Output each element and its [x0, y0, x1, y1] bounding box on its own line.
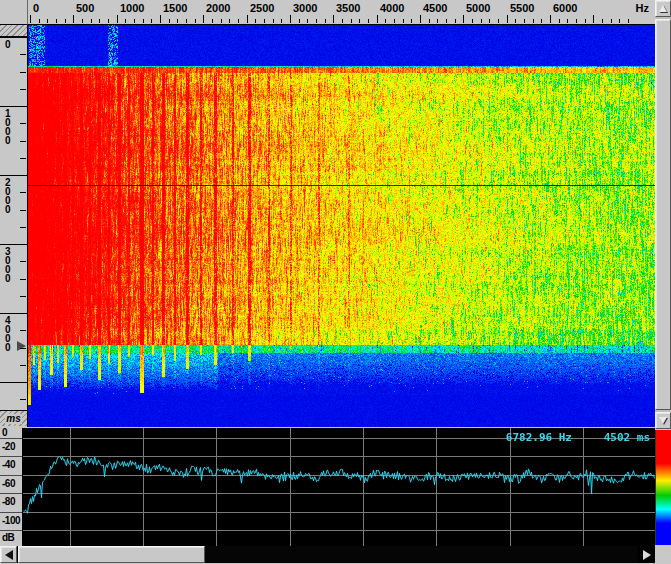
- time-unit-label: ms: [5, 414, 21, 424]
- freq-tick: [463, 15, 464, 23]
- time-tick: [20, 89, 26, 90]
- spectrum-canvas[interactable]: [23, 428, 655, 546]
- time-tick: [20, 330, 26, 331]
- left-arrow-icon: [5, 550, 13, 560]
- scroll-right-button[interactable]: [638, 546, 655, 563]
- freq-tick: [472, 19, 473, 23]
- freq-tick: [576, 19, 577, 23]
- freq-tick: [585, 19, 586, 23]
- scroll-down-button[interactable]: [655, 412, 671, 429]
- spectrum-panel: 6782.96 Hz 4502 ms: [23, 428, 655, 546]
- freq-tick: [221, 19, 222, 23]
- time-label: 3 0 0 0: [5, 247, 11, 283]
- time-tick: [20, 296, 26, 297]
- freq-tick: [567, 19, 568, 23]
- freq-tick: [437, 19, 438, 23]
- horizontal-scrollbar[interactable]: [0, 546, 655, 563]
- freq-label: 6000: [553, 2, 577, 14]
- freq-tick: [247, 15, 248, 23]
- time-position-marker: [17, 341, 26, 351]
- time-major-line: [0, 244, 27, 245]
- freq-tick: [99, 19, 100, 23]
- freq-tick: [56, 19, 57, 23]
- down-arrow-icon: [659, 417, 667, 424]
- freq-tick: [394, 19, 395, 23]
- freq-label: 2500: [250, 2, 274, 14]
- db-gridline: [0, 475, 22, 476]
- db-label: -20: [2, 441, 15, 452]
- freq-tick: [342, 19, 343, 23]
- time-major-line: [0, 382, 27, 383]
- freq-tick: [73, 15, 74, 23]
- db-gridline: [0, 456, 22, 457]
- freq-tick: [325, 19, 326, 23]
- freq-tick: [619, 19, 620, 23]
- frequency-readout: 6782.96 Hz: [506, 431, 572, 444]
- freq-label: 500: [76, 2, 94, 14]
- freq-tick: [385, 19, 386, 23]
- vertical-scrollbar-thumb[interactable]: [655, 19, 671, 410]
- freq-label: 5000: [466, 2, 490, 14]
- color-scale-bar: [655, 430, 671, 545]
- freq-tick: [420, 15, 421, 23]
- spectrogram-app: Hz 0500100015002000250030003500400045005…: [0, 0, 671, 564]
- db-label: -60: [2, 478, 15, 489]
- freq-tick: [299, 19, 300, 23]
- freq-tick: [481, 19, 482, 23]
- freq-tick: [498, 19, 499, 23]
- vertical-scrollbar[interactable]: [655, 0, 671, 429]
- time-tick: [20, 72, 26, 73]
- db-gridline: [0, 438, 22, 439]
- db-label: -40: [2, 459, 15, 470]
- freq-tick: [455, 19, 456, 23]
- freq-tick: [368, 19, 369, 23]
- db-gridline: [0, 512, 22, 513]
- freq-tick: [533, 19, 534, 23]
- db-ruler: 0-20-40-60-80-100dB: [0, 428, 23, 546]
- freq-tick: [290, 15, 291, 23]
- freq-label: 3500: [336, 2, 360, 14]
- freq-tick: [39, 19, 40, 23]
- freq-tick: [628, 19, 629, 23]
- horizontal-scrollbar-thumb[interactable]: [18, 546, 205, 563]
- freq-tick: [203, 15, 204, 23]
- db-label: dB: [2, 532, 14, 543]
- time-ruler: ms 01 0 0 02 0 0 03 0 0 04 0 0 0: [0, 25, 28, 427]
- db-label: -100: [2, 515, 20, 526]
- freq-tick: [316, 19, 317, 23]
- up-arrow-icon: [659, 5, 667, 12]
- freq-label: 0: [33, 2, 39, 14]
- time-major-line: [0, 37, 27, 38]
- freq-tick: [229, 19, 230, 23]
- freq-label: 3000: [293, 2, 317, 14]
- freq-tick: [264, 19, 265, 23]
- freq-tick: [177, 19, 178, 23]
- spectrogram-canvas[interactable]: [28, 25, 655, 427]
- right-arrow-icon: [643, 550, 651, 560]
- freq-tick: [611, 19, 612, 23]
- freq-tick: [108, 19, 109, 23]
- db-gridline: [0, 493, 22, 494]
- freq-tick: [186, 19, 187, 23]
- freq-tick: [593, 15, 594, 23]
- scroll-up-button[interactable]: [655, 0, 671, 17]
- time-label: 0: [5, 40, 11, 49]
- time-major-line: [0, 175, 27, 176]
- time-readout: 4502 ms: [604, 431, 650, 444]
- freq-tick: [541, 19, 542, 23]
- scrollbar-corner: [655, 545, 671, 564]
- time-tick: [20, 210, 26, 211]
- scroll-left-button[interactable]: [0, 546, 17, 563]
- db-label: 0: [2, 427, 7, 438]
- freq-tick: [125, 19, 126, 23]
- freq-tick: [489, 19, 490, 23]
- freq-label: 5500: [510, 2, 534, 14]
- db-label: -80: [2, 496, 15, 507]
- freq-tick: [117, 15, 118, 23]
- freq-tick: [30, 15, 31, 23]
- time-tick: [20, 261, 26, 262]
- time-tick: [20, 123, 26, 124]
- freq-tick: [212, 19, 213, 23]
- freq-tick: [65, 19, 66, 23]
- time-label: 1 0 0 0: [5, 109, 11, 145]
